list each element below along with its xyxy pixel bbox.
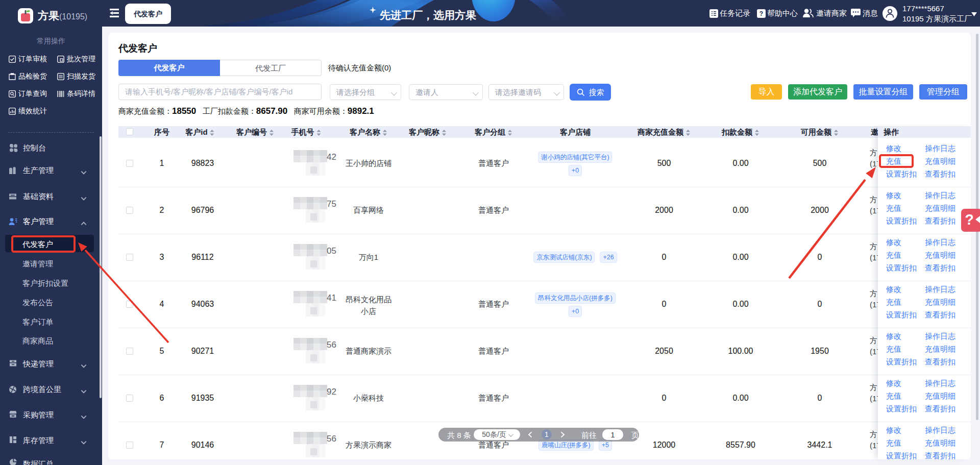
svg-text:?: ? xyxy=(760,10,763,17)
